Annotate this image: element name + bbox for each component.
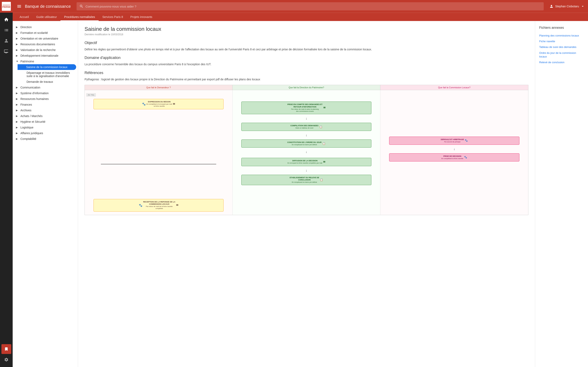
arrow-icon: ▶: [16, 120, 19, 123]
home-nav-icon[interactable]: [1, 15, 11, 25]
arrow-icon: ▶: [16, 49, 19, 51]
diagram-header: Que fait le Demandeur ? Que fait la Dire…: [85, 85, 528, 90]
paris8-logo: UNIVERSITÉ PARIS8: [2, 2, 11, 11]
flow-box-compilation: COMPILATION DES DEMANDES Dans un tableau…: [241, 123, 371, 131]
sidebar-label-direction: Direction: [20, 25, 32, 29]
user-area[interactable]: Stephan Ciobotaru: [549, 4, 585, 8]
arrow-icon: ▶: [16, 26, 19, 29]
sidebar-label-juridique: Affaires juridiques: [20, 132, 43, 135]
sidebar-item-demande-travaux[interactable]: Demande de travaux: [22, 79, 78, 85]
arrow-icon: ▶: [16, 98, 19, 100]
sidebar-label-orientation: Orientation et vie universitaire: [20, 37, 58, 40]
arrow-icon: ▶: [16, 43, 19, 46]
sidebar-item-communication[interactable]: ▶ Communication: [13, 85, 78, 90]
diagram-col3-header: Que fait la Commission Locaux?: [380, 85, 528, 90]
main-wrapper: Banque de connaissance Stephan Ciobotaru…: [13, 0, 588, 367]
flow-box-prise-compte: PRISE EN COMPTE DES DEMANDES ET RETOUR D…: [241, 101, 371, 114]
right-panel: Fichiers annexes Planning des commission…: [535, 21, 588, 367]
arrow-icon: ▶: [16, 103, 19, 106]
objectif-heading: Objectif: [85, 41, 528, 45]
sidebar-label-si: Système d'information: [20, 92, 49, 95]
tab-services[interactable]: Services Paris 8: [99, 13, 127, 21]
flow-box-reception: 🐾 RECEPTION DE LA REPONSE DE LA COMMISSI…: [94, 199, 223, 212]
icon-sidebar: UNIVERSITÉ PARIS8: [0, 0, 13, 367]
sidebar-label-achats: Achats / Marchés: [20, 114, 43, 118]
attachment-link-fiche[interactable]: Fiche navette: [539, 39, 584, 44]
article-area: Saisine de la commission locaux Dernière…: [78, 21, 535, 367]
sidebar-item-ressources-doc[interactable]: ▶ Ressources documentaires: [13, 42, 78, 47]
sidebar-item-developpement[interactable]: ▶ Développement internationale: [13, 53, 78, 58]
diagram-col1: [No Title] 🐾 EXPRESSION DU BESOIN En com…: [85, 90, 233, 215]
article-title: Saisine de la commission locaux: [85, 26, 528, 32]
sidebar-item-archives[interactable]: ▶ Archives: [13, 108, 78, 113]
arrow-icon: ▶: [16, 37, 19, 40]
sidebar-label-patrimoine: Patrimoine: [20, 60, 34, 63]
arrow-icon: ▶: [16, 132, 19, 134]
search-input[interactable]: [86, 5, 541, 8]
nav-tabs: Accueil Guide utilisateur Procédures nor…: [13, 13, 588, 21]
sidebar-label-finances: Finances: [20, 103, 32, 106]
flow-box-constitution: CONSTITUTION DE L'ORDRE DU JOUR En rempl…: [241, 140, 371, 148]
sidebar-label-logistique: Logistique: [20, 126, 34, 129]
attachment-link-ordre[interactable]: Ordre du jour de la commission locaux: [539, 50, 584, 59]
sidebar-label-valorisation: Valorisation de la recherche: [20, 48, 56, 52]
attachment-link-planning[interactable]: Planning des commissions locaux: [539, 33, 584, 39]
arrow-icon: ▶: [16, 31, 19, 34]
diagram-col3: DEROULE ET ARBITRAGE Par accord de princ…: [380, 90, 528, 215]
arrow-icon: ▶: [16, 115, 19, 117]
arrow-icon: ▶: [16, 54, 19, 57]
sidebar-item-formation[interactable]: ▶ Formation et scolarité: [13, 30, 78, 36]
sidebar-item-rh[interactable]: ▶ Ressources humaines: [13, 96, 78, 102]
bookmark-bottom-icon[interactable]: [1, 344, 11, 354]
sidebar-item-finances[interactable]: ▶ Finances: [13, 102, 78, 108]
sidebar-item-comptabilite[interactable]: ▶ Comptabilité: [13, 136, 78, 142]
domaine-heading: Domaine d'application: [85, 56, 528, 60]
patrimoine-children: Saisine de la commission locaux Dépannag…: [13, 64, 78, 85]
flow-box-prise-decision: PRISE DE DECISION En complétant la fiche…: [389, 153, 519, 161]
logo-area[interactable]: UNIVERSITÉ PARIS8: [0, 0, 13, 13]
sidebar-item-achats[interactable]: ▶ Achats / Marchés: [13, 113, 78, 119]
flowchart-diagram: Que fait le Demandeur ? Que fait la Dire…: [85, 85, 528, 215]
sidebar-item-logistique[interactable]: ▶ Logistique: [13, 125, 78, 130]
tab-procedures[interactable]: Procédures normalisées: [61, 13, 99, 21]
tab-guide[interactable]: Guide utilisateur: [33, 13, 61, 21]
left-nav-icons: [1, 13, 11, 344]
sidebar-label-rh: Ressources humaines: [20, 97, 49, 100]
diagram-col2-header: Que fait la Direction du Patrimoine?: [233, 85, 380, 90]
article-meta: Dernière modification le 10/03/2018: [85, 33, 528, 36]
saisine-children: Dépannage et travaux immobiliers suite à…: [17, 70, 78, 85]
right-panel-title: Fichiers annexes: [539, 26, 584, 30]
sidebar-item-si[interactable]: ▶ Système d'information: [13, 90, 78, 96]
site-title: Banque de connaissance: [25, 4, 71, 9]
attachment-link-releve[interactable]: Relevé de conclusion: [539, 59, 584, 65]
sidebar-item-depannage[interactable]: Dépannage et travaux immobiliers suite à…: [22, 70, 78, 79]
sidebar-item-direction[interactable]: ▶ Direction: [13, 24, 78, 30]
sidebar-item-valorisation[interactable]: ▶ Valorisation de la recherche: [13, 47, 78, 53]
hamburger-button[interactable]: [16, 3, 22, 9]
list-nav-icon[interactable]: [1, 25, 11, 35]
sidebar-item-patrimoine[interactable]: ▼ Patrimoine: [13, 58, 78, 64]
tab-accueil[interactable]: Accueil: [16, 13, 33, 21]
flow-box-deroule: DEROULE ET ARBITRAGE Par accord de princ…: [389, 137, 519, 145]
sidebar-item-hygiene[interactable]: ▶ Hygiène et Sécurité: [13, 119, 78, 125]
sidebar-item-orientation[interactable]: ▶ Orientation et vie universitaire: [13, 36, 78, 42]
sidebar-label-developpement: Développement internationale: [20, 54, 58, 57]
sidebar-label-demande-travaux: Demande de travaux: [26, 80, 53, 83]
arrow-icon: ▶: [16, 86, 19, 89]
tab-projets[interactable]: Projets innovants: [127, 13, 156, 21]
references-text: Pythagoras : logiciel de gestion des loc…: [85, 77, 528, 82]
flow-box-etablissement: ETABLISSEMENT DU RELEVE DE CONCLUSION En…: [241, 175, 371, 185]
diagram-body: [No Title] 🐾 EXPRESSION DU BESOIN En com…: [85, 90, 528, 215]
settings-bottom-icon[interactable]: [1, 355, 11, 365]
monitor-nav-icon[interactable]: [1, 47, 11, 56]
sidebar-label-formation: Formation et scolarité: [20, 31, 48, 34]
sidebar-label-hygiene: Hygiène et Sécurité: [20, 120, 45, 123]
no-title-tag: [No Title]: [86, 93, 96, 96]
person-nav-icon[interactable]: [1, 36, 11, 46]
attachment-link-tableau[interactable]: Tableau de suivi des demandes: [539, 44, 584, 50]
arrow-icon: ▶: [16, 109, 19, 112]
sidebar-item-juridique[interactable]: ▶ Affaires juridiques: [13, 130, 78, 136]
sidebar-item-saisine[interactable]: Saisine de la commission locaux: [17, 64, 76, 70]
sidebar-label-depannage: Dépannage et travaux immobiliers suite à…: [26, 71, 75, 78]
search-icon: [79, 4, 84, 8]
